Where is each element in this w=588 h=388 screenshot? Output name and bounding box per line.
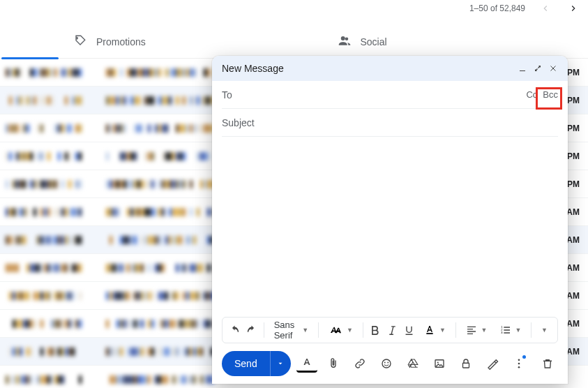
signature-icon[interactable] bbox=[482, 353, 503, 374]
more-format-button[interactable]: ▼ bbox=[537, 327, 552, 334]
email-time: AM bbox=[566, 207, 582, 217]
email-time: AM bbox=[566, 319, 582, 329]
text-format-toggle[interactable] bbox=[296, 355, 317, 373]
bold-button[interactable] bbox=[368, 320, 382, 340]
svg-point-9 bbox=[437, 361, 438, 363]
emoji-icon[interactable] bbox=[376, 353, 397, 374]
tab-promotions[interactable]: Promotions bbox=[60, 25, 324, 58]
tab-primary-indicator[interactable] bbox=[0, 25, 60, 59]
pager-prev[interactable] bbox=[538, 1, 553, 16]
bcc-highlight-annotation bbox=[536, 87, 562, 110]
chevron-down-icon: ▼ bbox=[439, 327, 446, 334]
email-time: AM bbox=[566, 347, 582, 357]
send-toolbar: Send bbox=[212, 350, 568, 384]
undo-button[interactable] bbox=[228, 320, 241, 340]
to-label: To bbox=[222, 89, 232, 100]
italic-button[interactable] bbox=[386, 320, 399, 340]
font-select[interactable]: Sans Serif▼ bbox=[270, 320, 313, 341]
pager-range: 1–50 of 52,849 bbox=[469, 3, 525, 13]
chevron-down-icon: ▼ bbox=[481, 327, 488, 334]
image-icon[interactable] bbox=[429, 353, 450, 374]
svg-point-11 bbox=[518, 359, 520, 361]
confidential-icon[interactable] bbox=[455, 353, 476, 374]
email-time: PM bbox=[567, 124, 582, 133]
compose-title: New Message bbox=[222, 63, 515, 74]
align-button[interactable]: ▼ bbox=[462, 324, 492, 336]
svg-rect-1 bbox=[426, 333, 432, 334]
to-field-row[interactable]: To Cc Bcc bbox=[222, 81, 558, 109]
svg-rect-10 bbox=[462, 363, 469, 368]
compose-window: New Message To Cc Bcc Sans Serif▼ ▼ bbox=[212, 56, 568, 384]
notification-dot bbox=[522, 355, 526, 359]
subject-input[interactable] bbox=[222, 117, 558, 128]
list-button[interactable]: 123 ▼ bbox=[496, 324, 526, 336]
attach-icon[interactable] bbox=[323, 353, 344, 374]
email-time: AM bbox=[566, 235, 582, 245]
svg-point-5 bbox=[382, 359, 391, 368]
svg-point-12 bbox=[518, 363, 520, 365]
underline-button[interactable] bbox=[402, 320, 416, 340]
email-time: PM bbox=[567, 96, 582, 105]
email-time: PM bbox=[567, 151, 582, 161]
send-options-dropdown[interactable] bbox=[270, 351, 291, 376]
tag-icon bbox=[74, 34, 86, 49]
redo-button[interactable] bbox=[246, 320, 259, 340]
compose-body[interactable] bbox=[212, 137, 568, 317]
tab-label: Promotions bbox=[96, 36, 146, 47]
font-size-select[interactable]: ▼ bbox=[324, 323, 357, 337]
email-time: PM bbox=[567, 68, 582, 77]
send-button[interactable]: Send bbox=[222, 351, 291, 376]
compose-header[interactable]: New Message bbox=[212, 56, 568, 81]
pager-next[interactable] bbox=[566, 1, 581, 16]
svg-rect-0 bbox=[520, 70, 525, 71]
link-icon[interactable] bbox=[349, 353, 370, 374]
tab-label: Social bbox=[361, 36, 387, 47]
fullscreen-icon[interactable] bbox=[530, 61, 545, 76]
more-icon[interactable] bbox=[508, 353, 529, 374]
discard-icon[interactable] bbox=[537, 353, 558, 374]
text-color-button[interactable]: ▼ bbox=[420, 324, 450, 336]
category-tabs: Promotions Social bbox=[0, 25, 588, 59]
chevron-down-icon: ▼ bbox=[515, 327, 522, 334]
email-time: AM bbox=[566, 263, 582, 273]
chevron-down-icon: ▼ bbox=[302, 327, 308, 334]
to-input[interactable] bbox=[239, 89, 527, 100]
svg-point-6 bbox=[384, 362, 386, 364]
people-icon bbox=[338, 34, 351, 49]
format-toolbar: Sans Serif▼ ▼ ▼ ▼ 123 ▼ ▼ bbox=[222, 317, 558, 343]
svg-point-7 bbox=[387, 362, 389, 364]
email-time: PM bbox=[567, 179, 582, 189]
chevron-down-icon: ▼ bbox=[347, 327, 353, 334]
subject-field-row[interactable] bbox=[222, 109, 558, 137]
close-icon[interactable] bbox=[545, 61, 561, 76]
tab-social[interactable]: Social bbox=[324, 25, 589, 58]
email-time: AM bbox=[566, 291, 582, 301]
drive-icon[interactable] bbox=[402, 353, 423, 374]
svg-point-13 bbox=[518, 366, 520, 368]
minimize-icon[interactable] bbox=[515, 61, 530, 76]
chevron-down-icon: ▼ bbox=[541, 327, 548, 334]
svg-text:3: 3 bbox=[501, 331, 503, 334]
